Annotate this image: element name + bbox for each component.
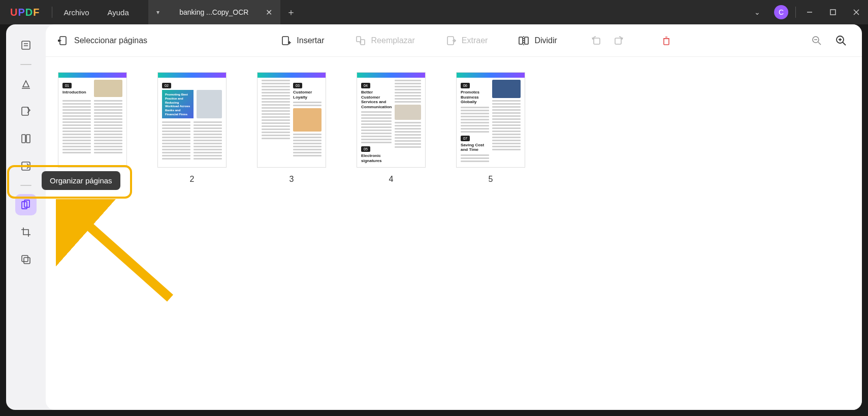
svg-rect-27 <box>594 38 600 44</box>
svg-rect-8 <box>22 107 28 115</box>
svg-rect-4 <box>22 41 30 49</box>
user-avatar[interactable]: C <box>774 5 788 19</box>
split-button[interactable]: Dividir <box>518 35 557 46</box>
sidebar-separator <box>20 185 31 186</box>
sidebar-tooltip: Organizar páginas <box>42 171 120 190</box>
menu-help[interactable]: Ayuda <box>99 8 138 17</box>
svg-rect-22 <box>361 40 365 45</box>
rotate-right-button[interactable] <box>610 32 627 49</box>
sidebar-highlight-icon[interactable] <box>15 73 37 94</box>
zoom-out-button[interactable] <box>808 32 825 49</box>
svg-rect-18 <box>282 37 288 45</box>
page-thumbnails: 01Introduction 1 02 Promoting Best Pract <box>46 57 862 410</box>
split-icon <box>518 35 529 46</box>
sidebar-edit-icon[interactable] <box>15 101 37 122</box>
tab-area: ▾ banking ...Copy_OCR ✕ ＋ <box>148 0 302 24</box>
svg-rect-29 <box>664 39 669 45</box>
page-thumb-wrap: 04 Better Customer Services and Communic… <box>357 72 426 184</box>
workspace: Seleccionar páginas Insertar Reemplazar … <box>6 24 862 410</box>
rotate-left-button[interactable] <box>588 32 605 49</box>
main-panel: Seleccionar páginas Insertar Reemplazar … <box>46 24 862 410</box>
page-thumb[interactable]: 06 Promotes Business Globally 07 Saving … <box>456 72 525 168</box>
divider <box>795 7 796 18</box>
sidebar-form-icon[interactable] <box>15 155 37 177</box>
app-logo: UPDF <box>0 7 50 18</box>
replace-button[interactable]: Reemplazar <box>355 35 415 46</box>
insert-label: Insertar <box>297 36 324 45</box>
page-thumb[interactable]: 04 Better Customer Services and Communic… <box>357 72 426 168</box>
close-button[interactable] <box>845 0 868 24</box>
svg-rect-1 <box>830 10 835 15</box>
organize-toolbar: Seleccionar páginas Insertar Reemplazar … <box>46 24 862 57</box>
titlebar: UPDF Archivo Ayuda ▾ banking ...Copy_OCR… <box>0 0 868 24</box>
extract-button[interactable]: Extraer <box>445 35 488 46</box>
zoom-in-button[interactable] <box>832 32 850 49</box>
svg-rect-15 <box>24 258 30 264</box>
select-pages-icon <box>58 35 69 46</box>
minimize-button[interactable] <box>798 0 821 24</box>
page-thumb[interactable]: 01Introduction <box>58 72 127 168</box>
split-label: Dividir <box>534 36 557 45</box>
svg-rect-14 <box>22 255 28 262</box>
sidebar <box>6 24 46 410</box>
replace-label: Reemplazar <box>371 36 415 45</box>
select-pages-label: Seleccionar páginas <box>74 36 147 45</box>
menu-file[interactable]: Archivo <box>54 8 98 17</box>
svg-rect-28 <box>615 38 621 44</box>
svg-rect-11 <box>22 162 30 170</box>
page-thumb-wrap: 03 Customer Loyalty 3 <box>257 72 326 184</box>
page-thumb-wrap: 02 Promoting Best Practice and Reducing … <box>157 72 227 184</box>
svg-rect-21 <box>357 37 361 42</box>
maximize-button[interactable] <box>821 0 845 24</box>
svg-line-34 <box>843 42 846 45</box>
sidebar-pages-icon[interactable] <box>15 128 37 149</box>
svg-line-31 <box>818 42 821 45</box>
page-number: 4 <box>389 175 394 184</box>
page-thumb[interactable]: 02 Promoting Best Practice and Reducing … <box>157 72 227 168</box>
document-tab[interactable]: ▾ banking ...Copy_OCR ✕ <box>148 0 280 24</box>
divider <box>52 7 52 18</box>
window-dropdown-icon[interactable]: ⌄ <box>746 0 769 24</box>
svg-point-17 <box>58 40 60 41</box>
svg-rect-10 <box>26 135 30 143</box>
page-thumb[interactable]: 03 Customer Loyalty <box>257 72 326 168</box>
insert-icon <box>280 35 292 46</box>
insert-button[interactable]: Insertar <box>280 35 324 46</box>
sidebar-organize-pages-icon[interactable] <box>15 194 37 215</box>
page-number: 2 <box>190 175 195 184</box>
tab-close-icon[interactable]: ✕ <box>266 8 272 17</box>
delete-button[interactable] <box>658 32 675 49</box>
page-thumb-wrap: 01Introduction 1 <box>58 72 127 184</box>
svg-rect-9 <box>22 135 25 143</box>
sidebar-reader-icon[interactable] <box>15 35 37 56</box>
svg-rect-24 <box>519 37 523 44</box>
select-pages-button[interactable]: Seleccionar páginas <box>58 35 147 46</box>
svg-rect-25 <box>525 37 528 44</box>
tab-dropdown-icon[interactable]: ▾ <box>156 9 159 16</box>
tab-title: banking ...Copy_OCR <box>172 8 256 16</box>
page-thumb-wrap: 06 Promotes Business Globally 07 Saving … <box>456 72 525 184</box>
replace-icon <box>355 35 366 46</box>
page-number: 5 <box>489 175 493 184</box>
page-number: 3 <box>290 175 294 184</box>
extract-label: Extraer <box>462 36 488 45</box>
new-tab-button[interactable]: ＋ <box>280 0 302 24</box>
sidebar-separator <box>20 64 31 65</box>
sidebar-layers-icon[interactable] <box>15 249 37 270</box>
extract-icon <box>445 35 457 46</box>
sidebar-crop-icon[interactable] <box>15 221 37 243</box>
